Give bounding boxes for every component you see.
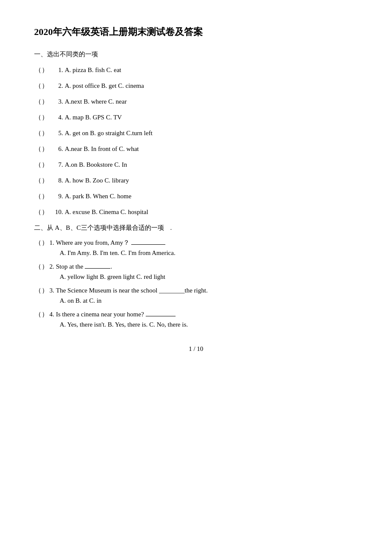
q2-stem-end: . bbox=[110, 263, 112, 270]
q2-stem: Is there a cinema near your home? bbox=[56, 311, 144, 318]
paren-open: （ bbox=[34, 66, 42, 74]
list-item: （ ） 2. Stop at the . A. yellow light B. … bbox=[34, 263, 358, 281]
table-row: （ ） 1. A. pizza B. fish C. eat bbox=[34, 66, 358, 74]
table-row: （ ） 6. A.near B. In front of C. what bbox=[34, 145, 358, 153]
q-num: 6. bbox=[49, 145, 63, 153]
paren-close: ） bbox=[42, 239, 49, 247]
page-title: 2020年六年级英语上册期末测试卷及答案 bbox=[34, 26, 358, 38]
q-content: A.next B. where C. near bbox=[65, 98, 358, 105]
q2-stem: Where are you from, Amy？ bbox=[56, 239, 130, 247]
q-content: A. how B. Zoo C. library bbox=[65, 177, 358, 184]
page-footer: 1 / 10 bbox=[34, 345, 358, 353]
q2-stem-row: （ ） 1. Where are you from, Amy？ bbox=[34, 239, 358, 247]
table-row: （ ） 4. A. map B. GPS C. TV bbox=[34, 113, 358, 122]
q2-options: A. I'm Amy. B. I'm ten. C. I'm from Amer… bbox=[34, 249, 358, 257]
paren-close: ） bbox=[42, 82, 49, 90]
q-content: A. excuse B. Cinema C. hospital bbox=[65, 208, 358, 216]
paren-close: ） bbox=[42, 263, 49, 271]
q-num: 10. bbox=[49, 208, 63, 216]
paren-open: （ bbox=[34, 129, 42, 137]
q-num: 9. bbox=[49, 193, 63, 200]
q2-stem-row: （ ） 4. Is there a cinema near your home? bbox=[34, 310, 358, 319]
list-item: （ ） 1. Where are you from, Amy？ A. I'm A… bbox=[34, 239, 358, 257]
q-content: A. pizza B. fish C. eat bbox=[65, 67, 358, 74]
table-row: （ ） 3. A.next B. where C. near bbox=[34, 98, 358, 106]
paren-close: ） bbox=[42, 161, 49, 169]
q-num: 8. bbox=[49, 177, 63, 184]
section1-title: 一、选出不同类的一项 bbox=[34, 50, 358, 58]
section1-questions: （ ） 1. A. pizza B. fish C. eat （ ） 2. A.… bbox=[34, 66, 358, 216]
paren-close: ） bbox=[42, 98, 49, 106]
paren-open: （ bbox=[34, 113, 42, 122]
table-row: （ ） 8. A. how B. Zoo C. library bbox=[34, 177, 358, 185]
q2-blank bbox=[85, 268, 110, 269]
q-content: A. post office B. get C. cinema bbox=[65, 82, 358, 90]
list-item: （ ） 3. The Science Museum is near the sc… bbox=[34, 287, 358, 304]
q2-options: A. Yes, there isn't. B. Yes, there is. C… bbox=[34, 321, 358, 328]
q2-stem-row: （ ） 2. Stop at the . bbox=[34, 263, 358, 271]
paren-open: （ bbox=[34, 161, 42, 169]
table-row: （ ） 7. A.on B. Bookstore C. In bbox=[34, 161, 358, 169]
q2-stem: Stop at the bbox=[56, 263, 83, 270]
q2-stem: The Science Museum is near the school __… bbox=[56, 287, 208, 294]
q-content: A. get on B. go straight C.turn left bbox=[65, 130, 358, 137]
q2-num: 1. bbox=[49, 239, 54, 246]
paren-open: （ bbox=[34, 310, 42, 319]
paren-close: ） bbox=[42, 287, 49, 295]
table-row: （ ） 9. A. park B. When C. home bbox=[34, 192, 358, 200]
paren-open: （ bbox=[34, 287, 42, 295]
q2-num: 2. bbox=[49, 263, 54, 270]
paren-open: （ bbox=[34, 82, 42, 90]
paren-close: ） bbox=[42, 145, 49, 153]
table-row: （ ） 5. A. get on B. go straight C.turn l… bbox=[34, 129, 358, 137]
paren-open: （ bbox=[34, 239, 42, 247]
q-num: 5. bbox=[49, 130, 63, 137]
paren-close: ） bbox=[42, 129, 49, 137]
section2: 二、从 A、B、C三个选项中选择最合适的一项 . （ ） 1. Where ar… bbox=[34, 224, 358, 328]
q-content: A. map B. GPS C. TV bbox=[65, 114, 358, 121]
q2-num: 4. bbox=[49, 311, 54, 318]
paren-open: （ bbox=[34, 98, 42, 106]
table-row: （ ） 10. A. excuse B. Cinema C. hospital bbox=[34, 208, 358, 216]
section2-title: 二、从 A、B、C三个选项中选择最合适的一项 . bbox=[34, 224, 358, 232]
paren-close: ） bbox=[42, 66, 49, 74]
paren-open: （ bbox=[34, 208, 42, 216]
q-num: 1. bbox=[49, 67, 63, 74]
paren-close: ） bbox=[42, 177, 49, 185]
q-content: A.on B. Bookstore C. In bbox=[65, 161, 358, 168]
paren-close: ） bbox=[42, 310, 49, 319]
paren-close: ） bbox=[42, 208, 49, 216]
q-content: A. park B. When C. home bbox=[65, 193, 358, 200]
paren-close: ） bbox=[42, 113, 49, 122]
paren-open: （ bbox=[34, 177, 42, 185]
q2-options: A. on B. at C. in bbox=[34, 297, 358, 304]
q-content: A.near B. In front of C. what bbox=[65, 145, 358, 153]
q-num: 7. bbox=[49, 161, 63, 168]
q-num: 2. bbox=[49, 82, 63, 90]
q-num: 4. bbox=[49, 114, 63, 121]
paren-open: （ bbox=[34, 263, 42, 271]
q-num: 3. bbox=[49, 98, 63, 105]
paren-open: （ bbox=[34, 192, 42, 200]
paren-close: ） bbox=[42, 192, 49, 200]
list-item: （ ） 4. Is there a cinema near your home?… bbox=[34, 310, 358, 328]
q2-stem-row: （ ） 3. The Science Museum is near the sc… bbox=[34, 287, 358, 295]
table-row: （ ） 2. A. post office B. get C. cinema bbox=[34, 82, 358, 90]
q2-num: 3. bbox=[49, 287, 54, 294]
q2-blank bbox=[131, 244, 165, 245]
q2-blank bbox=[146, 316, 176, 316]
q2-options: A. yellow light B. green light C. red li… bbox=[34, 273, 358, 281]
paren-open: （ bbox=[34, 145, 42, 153]
